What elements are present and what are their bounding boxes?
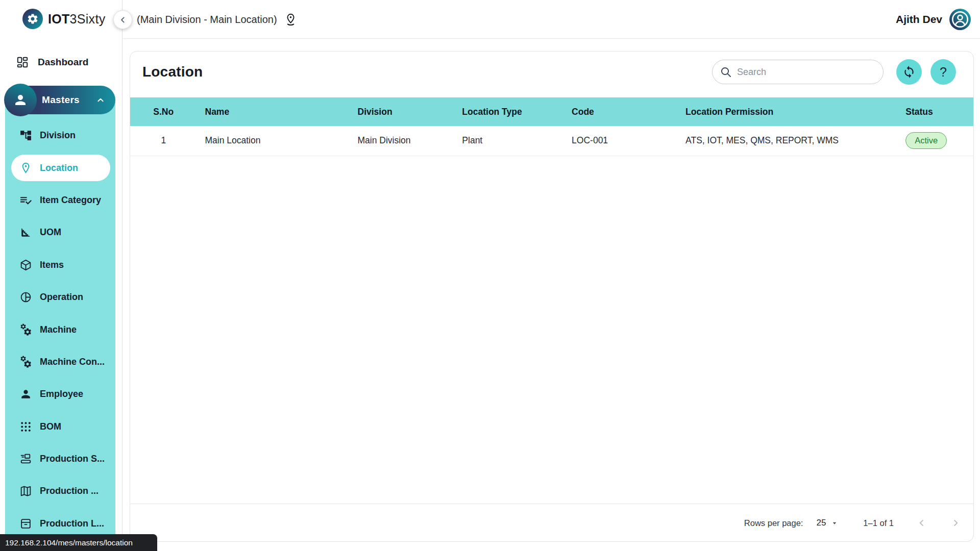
sidebar-item-label: Dashboard	[38, 57, 88, 68]
app-window: IOT3Sixty Dashboard Masters Division Loc…	[0, 0, 980, 551]
user-name: Ajith Dev	[896, 13, 942, 26]
dashboard-icon	[16, 56, 29, 69]
cell-location-permission: ATS, IOT, MES, QMS, REPORT, WMS	[677, 126, 897, 156]
status-url-tooltip: 192.168.2.104/mes/masters/location	[0, 534, 157, 551]
logo-text: IOT3Sixty	[48, 12, 105, 27]
machine-gears-icon	[19, 323, 32, 336]
sidebar-item-item-category[interactable]: Item Category	[5, 184, 115, 216]
search-box	[712, 60, 884, 84]
sidebar-item-label: Items	[40, 260, 64, 270]
operation-pie-icon	[19, 291, 32, 304]
table-row[interactable]: 1 Main Location Main Division Plant LOC-…	[130, 126, 973, 156]
items-cube-icon	[19, 259, 32, 271]
bom-grid-icon	[19, 420, 32, 433]
chevron-left-icon	[118, 15, 128, 25]
column-header-status: Status	[897, 97, 973, 126]
location-pin-icon	[19, 162, 32, 174]
location-table: S.No Name Division Location Type Code Lo…	[130, 97, 973, 156]
column-header-location-type: Location Type	[454, 97, 564, 126]
user-area: Ajith Dev	[896, 0, 971, 39]
rows-per-page-label: Rows per page:	[744, 518, 803, 528]
sidebar-item-machine-configuration[interactable]: Machine Con...	[5, 346, 115, 378]
sidebar-item-division[interactable]: Division	[5, 119, 115, 152]
logo-text-bold: IOT	[48, 12, 70, 26]
logo-gear-icon	[22, 9, 43, 29]
item-category-icon	[19, 194, 32, 207]
sidebar-item-dashboard[interactable]: Dashboard	[16, 51, 88, 74]
location-share-icon	[284, 13, 298, 27]
sidebar-item-production-stage[interactable]: Production S...	[5, 443, 115, 475]
sidebar-item-label: Machine Con...	[40, 357, 105, 367]
rows-per-page-select[interactable]: 25	[816, 518, 839, 528]
column-header-location-permission: Location Permission	[677, 97, 897, 126]
masters-group-label: Masters	[42, 94, 80, 106]
sidebar-item-label: Production L...	[40, 518, 104, 529]
column-header-code: Code	[564, 97, 677, 126]
pagination-range: 1–1 of 1	[863, 518, 894, 528]
column-header-name: Name	[197, 97, 350, 126]
uom-ruler-icon	[19, 226, 32, 239]
change-location-button[interactable]	[284, 13, 298, 27]
employee-icon	[19, 388, 32, 400]
sidebar-item-machine[interactable]: Machine	[5, 313, 115, 345]
chevron-up-icon	[95, 94, 106, 106]
help-button[interactable]: ?	[930, 59, 956, 85]
topbar: (Main Division - Main Location) Ajith De…	[123, 0, 980, 39]
refresh-sync-icon	[902, 65, 916, 79]
page-title: Location	[142, 62, 203, 82]
column-header-sno: S.No	[130, 97, 197, 126]
previous-page-button[interactable]	[916, 517, 927, 529]
sidebar-item-label: Employee	[40, 389, 83, 399]
sidebar-item-employee[interactable]: Employee	[5, 378, 115, 410]
pagination: Rows per page: 25 1–1 of 1	[744, 504, 961, 542]
production-map-icon	[19, 485, 32, 497]
sidebar-item-location[interactable]: Location	[11, 155, 110, 181]
sidebar-item-label: Operation	[40, 292, 83, 303]
cell-sno: 1	[130, 126, 197, 156]
sidebar-item-label: Division	[40, 130, 76, 141]
next-page-button[interactable]	[950, 517, 961, 529]
column-header-division: Division	[350, 97, 454, 126]
production-line-icon	[19, 517, 32, 530]
sidebar-item-label: Machine	[40, 324, 77, 335]
sidebar-collapse-button[interactable]	[113, 10, 132, 29]
sidebar: IOT3Sixty Dashboard Masters Division Loc…	[0, 0, 122, 551]
cell-status: Active	[897, 126, 973, 156]
app-logo[interactable]: IOT3Sixty	[22, 9, 105, 29]
table-header-row: S.No Name Division Location Type Code Lo…	[130, 97, 973, 126]
context-label: (Main Division - Main Location)	[137, 14, 277, 26]
sidebar-item-items[interactable]: Items	[5, 249, 115, 281]
sidebar-item-production-map[interactable]: Production ...	[5, 475, 115, 507]
division-icon	[19, 129, 32, 142]
chevron-right-icon	[950, 517, 961, 529]
context-area: (Main Division - Main Location)	[137, 0, 298, 39]
sidebar-item-label: UOM	[40, 227, 61, 238]
cell-location-type: Plant	[454, 126, 564, 156]
status-badge: Active	[905, 132, 947, 149]
cell-code: LOC-001	[564, 126, 677, 156]
avatar-person-icon	[950, 9, 970, 30]
sidebar-item-label: Production S...	[40, 454, 105, 464]
search-input[interactable]	[712, 60, 884, 84]
sidebar-item-label: Location	[40, 163, 78, 173]
sidebar-item-label: BOM	[40, 421, 61, 432]
cell-name: Main Location	[197, 126, 350, 156]
sidebar-item-bom[interactable]: BOM	[5, 411, 115, 443]
caret-down-icon	[830, 519, 839, 527]
sidebar-item-label: Production ...	[40, 486, 99, 496]
chevron-left-icon	[916, 517, 927, 529]
refresh-button[interactable]	[896, 59, 922, 85]
logo-text-light: 3Sixty	[70, 12, 106, 26]
masters-menu: Division Location Item Category UOM Item…	[5, 119, 115, 540]
cell-division: Main Division	[350, 126, 454, 156]
masters-person-icon	[4, 84, 37, 116]
machine-gears-icon	[19, 356, 32, 368]
rows-per-page-value: 25	[816, 518, 826, 528]
sidebar-item-label: Item Category	[40, 195, 101, 206]
sidebar-item-operation[interactable]: Operation	[5, 281, 115, 313]
sidebar-item-uom[interactable]: UOM	[5, 216, 115, 248]
production-stage-icon	[19, 453, 32, 465]
location-card: Location ? S.No Name Division Location T…	[130, 51, 974, 542]
user-avatar[interactable]	[949, 9, 971, 30]
